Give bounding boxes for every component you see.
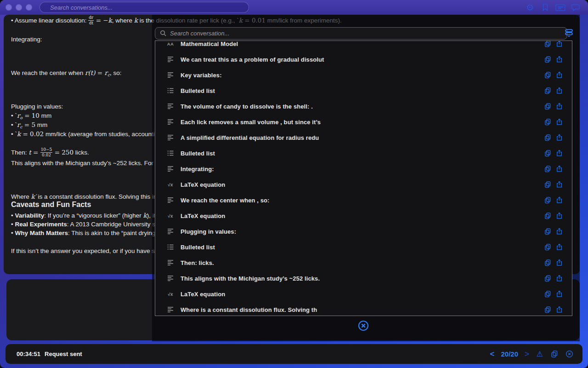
share-icon[interactable]	[556, 134, 563, 141]
copy-icon[interactable]	[544, 306, 551, 313]
share-icon[interactable]	[556, 196, 563, 204]
list-item[interactable]: √x̅ LaTeX equation	[155, 286, 572, 302]
window-controls	[0, 4, 32, 11]
share-icon[interactable]	[556, 40, 563, 47]
copy-icon[interactable]	[544, 228, 551, 235]
copy-icon[interactable]	[544, 40, 551, 47]
paragraph-icon	[166, 228, 175, 235]
share-icon[interactable]	[556, 118, 563, 126]
list-item-label: LaTeX equation	[181, 291, 225, 298]
share-icon[interactable]	[556, 103, 563, 110]
share-icon[interactable]	[556, 87, 563, 94]
reader-card-icon[interactable]	[555, 2, 565, 12]
list-item[interactable]: Each lick removes a small volume , but s…	[155, 114, 572, 130]
list-item[interactable]: We reach the center when , so:	[155, 192, 572, 208]
copy-icon[interactable]	[550, 350, 559, 358]
message-line: • `ro = 10 mm	[11, 112, 51, 122]
copy-icon[interactable]	[544, 181, 551, 188]
message-line: This aligns with the Michigan study’s ~2…	[11, 159, 158, 167]
previous-page-button[interactable]: <	[490, 350, 495, 358]
copy-icon[interactable]	[544, 103, 551, 110]
share-icon[interactable]	[556, 71, 563, 79]
conversation-search-input[interactable]: Search conversation...	[155, 27, 567, 40]
copy-icon[interactable]	[544, 87, 551, 94]
paragraph-icon	[166, 196, 175, 204]
message-line: We reach the center when r(t) = rc, so:	[11, 69, 121, 79]
bulleted-list-icon	[166, 150, 175, 157]
list-item-label: Key variables:	[181, 72, 222, 79]
copy-icon[interactable]	[544, 212, 551, 219]
paragraph-icon	[166, 165, 175, 172]
zoom-window-button[interactable]	[26, 4, 32, 11]
bookmark-icon[interactable]	[540, 2, 550, 12]
copy-icon[interactable]	[544, 71, 551, 79]
share-icon[interactable]	[556, 259, 563, 266]
filter-icon[interactable]	[564, 28, 574, 38]
list-item[interactable]: AA Mathematical Model	[155, 40, 572, 52]
latex-icon: √x̅	[166, 182, 175, 187]
titlebar: Search conversations... ⚙	[0, 0, 588, 15]
list-item[interactable]: This aligns with the Michigan study’s ~2…	[155, 270, 572, 286]
next-page-button[interactable]: >	[525, 350, 529, 358]
message-line: • `k = 0.02 mm/lick (average from studie…	[11, 130, 162, 138]
copy-icon[interactable]	[544, 56, 551, 63]
share-icon[interactable]	[556, 290, 563, 298]
list-item[interactable]: A simplified differential equation for r…	[155, 130, 572, 145]
share-icon[interactable]	[556, 165, 563, 172]
status-bar: 00:34:51 Request sent < 20/20 > ⚠	[6, 344, 582, 364]
list-item[interactable]: Where is a constant dissolution flux. So…	[155, 302, 572, 316]
share-icon[interactable]	[556, 150, 563, 157]
share-icon[interactable]	[556, 181, 563, 188]
list-item[interactable]: The volume of candy to dissolve is the s…	[155, 98, 572, 114]
copy-icon[interactable]	[544, 243, 551, 251]
share-icon[interactable]	[556, 212, 563, 219]
list-item-label: LaTeX equation	[181, 213, 225, 219]
close-search-overlay-button[interactable]	[357, 320, 369, 332]
copy-icon[interactable]	[544, 275, 551, 282]
copy-icon[interactable]	[544, 150, 551, 157]
list-item[interactable]: Integrating:	[155, 161, 572, 177]
list-item-label: Then: licks.	[181, 259, 214, 266]
list-item[interactable]: Then: licks.	[155, 255, 572, 270]
copy-icon[interactable]	[544, 118, 551, 126]
list-item[interactable]: √x̅ LaTeX equation	[155, 208, 572, 224]
list-item[interactable]: Key variables:	[155, 67, 572, 83]
message-line: • `rc = 5 mm	[11, 121, 47, 131]
share-icon[interactable]	[556, 228, 563, 235]
copy-icon[interactable]	[544, 259, 551, 266]
copy-icon[interactable]	[544, 290, 551, 298]
message-line: Integrating:	[11, 35, 42, 43]
message-line: Caveats and Fun Facts	[11, 201, 91, 208]
paragraph-icon	[166, 71, 175, 79]
conversations-search-placeholder: Search conversations...	[50, 4, 113, 11]
list-item[interactable]: √x̅ LaTeX equation	[155, 177, 572, 192]
copy-icon[interactable]	[544, 134, 551, 141]
conversations-search-input[interactable]: Search conversations...	[40, 2, 249, 13]
list-item[interactable]: Bulleted list	[155, 145, 572, 161]
list-item[interactable]: Bulleted list	[155, 83, 572, 98]
message-line: Plugging in values:	[11, 103, 63, 110]
close-circle-icon[interactable]	[565, 350, 573, 358]
minimize-window-button[interactable]	[16, 4, 22, 11]
copy-icon[interactable]	[544, 196, 551, 204]
titlebar-actions: ⚙	[525, 2, 588, 12]
message-line: Then: t = 10−50.02 = 250 licks.	[11, 148, 89, 157]
share-icon[interactable]	[556, 275, 563, 282]
paragraph-icon	[166, 56, 175, 63]
list-item[interactable]: Plugging in values:	[155, 224, 572, 239]
search-icon	[160, 30, 167, 37]
settings-gear-icon[interactable]: ⚙	[525, 2, 535, 12]
list-item[interactable]: We can treat this as a problem of gradua…	[155, 52, 572, 67]
close-window-button[interactable]	[6, 4, 12, 11]
warning-icon[interactable]: ⚠	[536, 350, 544, 358]
message-line: • Variability: If you’re a “vigorous lic…	[11, 212, 156, 219]
latex-icon: √x̅	[166, 213, 175, 218]
share-icon[interactable]	[556, 306, 563, 313]
paragraph-icon	[166, 259, 175, 266]
share-icon[interactable]	[556, 56, 563, 63]
chat-bubble-icon[interactable]	[571, 2, 581, 12]
share-icon[interactable]	[556, 243, 563, 251]
message-line: • Why Math Matters: This is akin to the …	[11, 229, 155, 237]
list-item[interactable]: Bulleted list	[155, 239, 572, 255]
copy-icon[interactable]	[544, 165, 551, 172]
